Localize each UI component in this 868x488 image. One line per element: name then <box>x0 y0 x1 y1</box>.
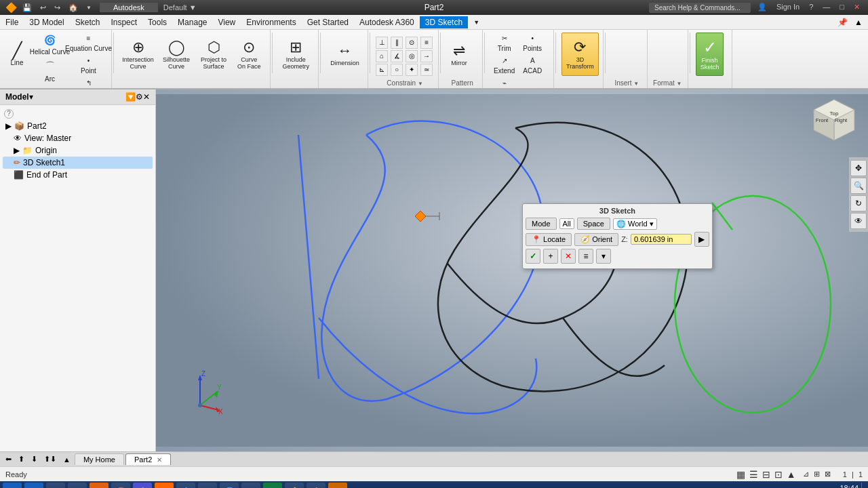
maximize-btn[interactable]: □ <box>837 3 847 13</box>
quick-access-home[interactable]: 🏠 <box>66 3 81 12</box>
points-button[interactable]: •Points <box>519 33 545 54</box>
dimension-button[interactable]: ↔ Dimension <box>326 33 363 76</box>
viewport[interactable]: Z Y X Right Front <box>156 89 868 451</box>
3d-transform-button[interactable]: ⟳ 3DTransform <box>561 33 599 76</box>
taskbar-show-desktop[interactable] <box>861 483 865 488</box>
menu-inspect[interactable]: Inspect <box>105 16 142 28</box>
zoom-button[interactable]: 🔍 <box>850 178 867 194</box>
tree-item-origin[interactable]: ▶ 📁 Origin <box>3 144 153 157</box>
taskbar-inventor[interactable]: I <box>155 483 174 488</box>
mode-select[interactable]: All <box>559 218 574 229</box>
constrain-symmetric[interactable]: ⊾ <box>376 64 388 76</box>
arc-button[interactable]: ⌒ Arc <box>31 58 68 85</box>
menu-3d-sketch-tab[interactable]: 3D Sketch <box>420 16 468 28</box>
intersection-curve-button[interactable]: ⊕ IntersectionCurve <box>119 33 157 76</box>
minimize-btn[interactable]: — <box>820 3 833 13</box>
menu-file[interactable]: File <box>0 16 24 28</box>
constrain-concentric[interactable]: ◎ <box>406 50 418 62</box>
sign-in-icon[interactable]: 👤 <box>755 3 770 13</box>
tree-item-part2[interactable]: ▶ 📦 Part2 <box>3 120 153 132</box>
taskbar-app12[interactable]: 🔶 <box>285 483 304 488</box>
taskbar-app7[interactable]: 🔷 <box>176 483 195 488</box>
look-at-button[interactable]: 👁 <box>850 213 867 229</box>
point-button[interactable]: • Point <box>70 55 107 77</box>
include-geometry-button[interactable]: ⊞ IncludeGeometry <box>278 33 315 76</box>
constrain-coincident[interactable]: ⊙ <box>406 37 418 49</box>
taskbar-ie[interactable]: e <box>68 483 87 488</box>
confirm-button[interactable]: ✓ <box>526 249 540 264</box>
mode-button[interactable]: Mode <box>526 218 557 230</box>
quick-access-undo[interactable]: ↩ <box>37 3 49 12</box>
constrain-fix[interactable]: ⌂ <box>376 50 388 62</box>
parts-icon[interactable]: ⚙ <box>136 92 143 102</box>
taskbar-app5[interactable]: 📋 <box>133 483 152 488</box>
tab-part2-close[interactable]: ✕ <box>157 456 162 464</box>
menu-manage[interactable]: Manage <box>172 16 212 28</box>
menu-view[interactable]: View <box>212 16 241 28</box>
add-button[interactable]: + <box>543 249 558 264</box>
orient-button[interactable]: 🧭 Orient <box>574 233 618 246</box>
curve-on-face-button[interactable]: ⊙ CurveOn Face <box>233 33 266 76</box>
menu-get-started[interactable]: Get Started <box>302 16 354 28</box>
tree-help-icon[interactable]: ? <box>4 109 14 119</box>
ribbon-collapse-icon[interactable]: ▲ <box>852 16 865 28</box>
project-to-surface-button[interactable]: ⬡ Project toSurface <box>196 33 231 76</box>
finish-sketch-button[interactable]: ✓ FinishSketch <box>696 33 724 76</box>
world-select[interactable]: 🌐 World ▾ <box>613 218 657 230</box>
taskbar-app13[interactable]: 🏠 <box>307 483 326 488</box>
z-expand-button[interactable]: ▶ <box>694 232 709 247</box>
app-name-input[interactable]: Autodesk <box>100 3 158 12</box>
sidebar-dropdown-icon[interactable]: ▾ <box>29 92 33 102</box>
viewcube-svg[interactable]: Right Front Top <box>807 96 861 150</box>
zoom-fit-icon[interactable]: ⊡ <box>774 469 783 480</box>
quick-access-save[interactable]: 💾 <box>20 3 35 12</box>
taskbar-app4[interactable]: 🔴 <box>111 483 130 488</box>
nav-icon2[interactable]: ⊞ <box>812 470 821 478</box>
menu-dropdown[interactable]: ▼ <box>468 18 485 27</box>
viewcube[interactable]: Right Front Top <box>807 96 861 150</box>
nav-icon1[interactable]: ⊿ <box>802 470 810 478</box>
z-input[interactable] <box>631 234 692 245</box>
silhouette-curve-button[interactable]: ◯ SilhouetteCurve <box>158 33 195 76</box>
taskbar-files[interactable]: 📂 <box>241 483 260 488</box>
taskbar-time[interactable]: 18:44 26.4.2016 <box>825 484 859 488</box>
grid-view-icon[interactable]: ▦ <box>736 469 745 480</box>
constrain-angle[interactable]: ∡ <box>391 50 403 62</box>
tab-nav-pin[interactable]: ▲ <box>60 454 73 465</box>
tab-nav-up[interactable]: ⬆ <box>16 453 27 465</box>
options-button[interactable]: ≡ <box>578 249 593 264</box>
pan-button[interactable]: ✥ <box>850 160 867 176</box>
constrain-parallel[interactable]: ∥ <box>391 37 403 49</box>
equation-curve-button[interactable]: ≡ Equation Curve <box>70 33 107 54</box>
menu-tools[interactable]: Tools <box>142 16 172 28</box>
help-btn[interactable]: ? <box>806 3 816 13</box>
tree-item-3d-sketch1[interactable]: ✏ 3D Sketch1 <box>3 157 153 169</box>
tab-nav-sort[interactable]: ⬆⬇ <box>41 453 59 465</box>
trim-button[interactable]: ✂Trim <box>490 33 518 54</box>
collapse-bottom-icon[interactable]: ▲ <box>787 469 796 480</box>
ribbon-pin-icon[interactable]: 📌 <box>835 16 850 28</box>
acad-button[interactable]: AACAD <box>519 55 545 77</box>
taskbar-app9[interactable]: 🌐 <box>220 483 239 488</box>
constrain-smooth[interactable]: ✦ <box>406 64 418 76</box>
taskbar-explorer[interactable]: 📁 <box>46 483 65 488</box>
tab-nav-back[interactable]: ⬅ <box>3 453 14 465</box>
mirror-button[interactable]: ⇌ Mirror <box>446 33 472 76</box>
constrain-equal[interactable]: ≡ <box>420 37 433 49</box>
line-button[interactable]: ╱ Line <box>4 33 30 76</box>
filter-icon[interactable]: 🔽 <box>125 92 136 102</box>
split-view-icon[interactable]: ⊟ <box>762 469 770 480</box>
constrain-horizontal[interactable]: ≃ <box>420 64 433 76</box>
menu-3dmodel[interactable]: 3D Model <box>24 16 69 28</box>
start-button[interactable]: ⊞ <box>3 483 22 488</box>
tab-part2[interactable]: Part2 ✕ <box>125 453 171 465</box>
space-button[interactable]: Space <box>577 218 610 230</box>
search-bar[interactable]: Search Help & Commands... <box>649 3 751 13</box>
taskbar-excel[interactable]: X <box>263 483 282 488</box>
sidebar-close-icon[interactable]: ✕ <box>143 92 150 102</box>
tree-item-end-of-part[interactable]: ⬛ End of Part <box>3 169 153 181</box>
more-options-button[interactable]: ▾ <box>596 249 611 264</box>
close-btn[interactable]: ✕ <box>851 3 863 13</box>
tree-item-view-master[interactable]: 👁 View: Master <box>3 132 153 144</box>
taskbar-app8[interactable]: ⚙ <box>198 483 217 488</box>
